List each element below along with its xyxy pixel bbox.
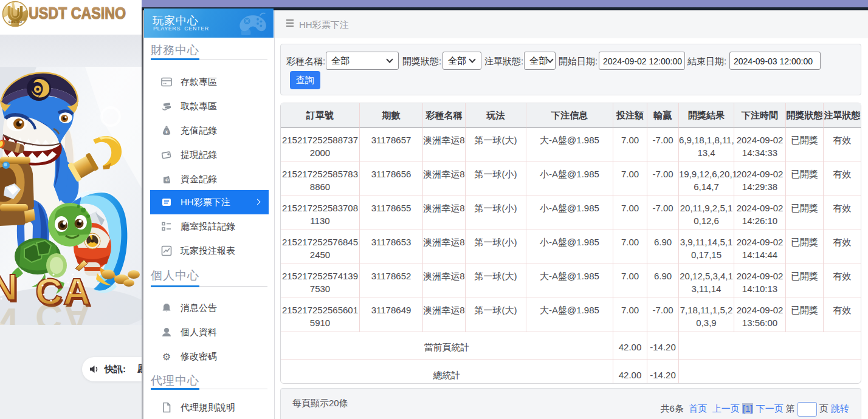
svg-text:¥: ¥ — [165, 130, 168, 134]
svg-text:⚙: ⚙ — [162, 352, 171, 362]
svg-text:N: N — [0, 301, 18, 325]
svg-text:casino: casino — [9, 19, 22, 24]
svg-text:$: $ — [166, 179, 168, 182]
svg-text:A: A — [63, 296, 91, 325]
svg-text:C: C — [35, 296, 63, 325]
svg-text:USDT CASINO: USDT CASINO — [29, 4, 126, 22]
